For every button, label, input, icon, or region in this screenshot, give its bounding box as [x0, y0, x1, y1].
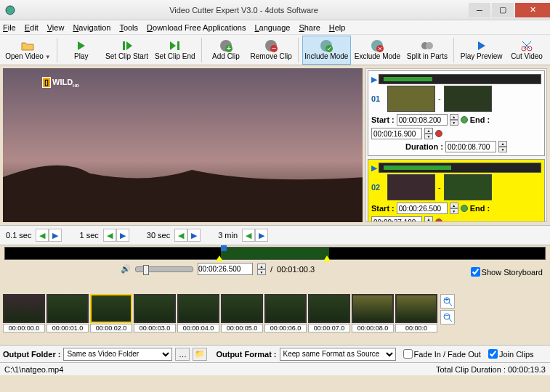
frame-timecode: 00:00:01.0 [46, 324, 89, 332]
goto-start-icon[interactable] [461, 205, 468, 212]
storyboard-frame[interactable]: 00:00:0 [395, 294, 437, 332]
status-bar: C:\1\natgeo.mp4 Total Clip Duration : 00… [0, 362, 550, 375]
seek-back-button[interactable]: ◀ [174, 229, 187, 242]
toolbar-remove-clip[interactable]: −Remove Clip [248, 36, 294, 65]
seek-forward-button[interactable]: ▶ [187, 229, 201, 242]
clip-end-input[interactable] [371, 216, 422, 222]
zoom-in-button[interactable]: + [440, 294, 455, 309]
menu-view[interactable]: View [47, 23, 65, 32]
zoom-out-button[interactable]: − [440, 310, 455, 324]
minimize-button[interactable]: ─ [469, 3, 490, 17]
join-clips-checkbox[interactable]: Join Clips [488, 349, 534, 359]
toolbar-set-clip-start[interactable]: Set Clip Start [103, 36, 151, 65]
menu-help[interactable]: Help [329, 23, 346, 32]
output-folder-select[interactable]: Same as Video Folder [63, 348, 172, 361]
output-format-select[interactable]: Keep same Format as Source [280, 348, 396, 361]
toolbar-cut-video[interactable]: Cut Video [506, 36, 547, 65]
clip-02[interactable]: ▶02-Start :▲▼ End :▲▼Duration :▲▼ [368, 159, 545, 222]
video-preview[interactable]: ▯WILDHD [3, 68, 363, 222]
open-folder-button[interactable]: 📁 [193, 348, 207, 361]
seek-forward-button[interactable]: ▶ [255, 229, 268, 242]
menu-edit[interactable]: Edit [25, 23, 39, 32]
frame-timecode: 00:00:02.0 [90, 324, 132, 332]
seek-group-2: 30 sec◀▶ [147, 229, 201, 242]
toolbar-play-preview[interactable]: Play Preview [458, 36, 505, 65]
goto-start-icon[interactable] [461, 116, 468, 123]
seek-back-button[interactable]: ◀ [103, 229, 116, 242]
time-spinner[interactable]: ▲▼ [257, 264, 266, 275]
svg-text:−: − [445, 312, 449, 319]
frame-thumb [352, 294, 394, 323]
toolbar-add-clip[interactable]: +Add Clip [206, 36, 246, 65]
clip-play-icon[interactable]: ▶ [371, 163, 377, 173]
storyboard-frame[interactable]: 00:00:02.0 [90, 294, 132, 332]
browse-button[interactable]: … [175, 348, 190, 361]
menu-language[interactable]: Language [254, 23, 290, 32]
frame-timecode: 00:00:04.0 [177, 324, 219, 332]
storyboard-frame[interactable]: 00:00:05.0 [221, 294, 263, 332]
storyboard-frame[interactable]: 00:00:00.0 [3, 294, 45, 332]
clip-start-input[interactable] [397, 203, 448, 214]
watermark: ▯WILDHD [39, 75, 82, 89]
volume-slider[interactable] [135, 266, 193, 272]
add-icon: + [219, 39, 232, 52]
seek-back-button[interactable]: ◀ [242, 229, 255, 242]
clip-progress[interactable] [379, 74, 541, 84]
frame-thumb [395, 294, 437, 323]
toolbar-play[interactable]: Play [61, 36, 102, 65]
split-icon [421, 39, 434, 52]
goto-end-icon[interactable] [435, 130, 442, 137]
frame-thumb [177, 294, 219, 323]
frame-timecode: 00:00:06.0 [264, 324, 307, 332]
clip-end-input[interactable] [371, 128, 422, 139]
storyboard-frame[interactable]: 00:00:04.0 [177, 294, 219, 332]
seek-forward-button[interactable]: ▶ [49, 229, 62, 242]
status-file: C:\1\natgeo.mp4 [4, 365, 436, 374]
menu-tools[interactable]: Tools [119, 23, 138, 32]
clip-progress[interactable] [379, 163, 541, 173]
timeline-track[interactable] [4, 247, 546, 260]
menu-navigation[interactable]: Navigation [73, 23, 110, 32]
clip-number: 02 [371, 183, 384, 192]
svg-text:−: − [272, 44, 276, 52]
spin[interactable]: ▲▼ [450, 203, 458, 214]
menu-download-free-applications[interactable]: Download Free Applications [147, 23, 246, 32]
spin[interactable]: ▲▼ [450, 114, 458, 126]
spin[interactable]: ▲▼ [424, 128, 433, 139]
clip-play-icon[interactable]: ▶ [371, 75, 377, 84]
fade-checkbox[interactable]: Fade In / Fade Out [403, 349, 481, 359]
spin[interactable]: ▲▼ [424, 216, 433, 222]
goto-end-icon[interactable] [435, 219, 442, 222]
menu-share[interactable]: Share [299, 23, 320, 32]
storyboard-frame[interactable]: 00:00:01.0 [46, 294, 89, 332]
seek-group-1: 1 sec◀▶ [79, 229, 129, 242]
spin[interactable]: ▲▼ [498, 141, 507, 152]
storyboard-frame[interactable]: 00:00:07.0 [308, 294, 350, 332]
toolbar-include-mode[interactable]: Include Mode [302, 36, 351, 65]
show-storyboard-checkbox[interactable]: Show Storyboard [471, 267, 543, 277]
seek-forward-button[interactable]: ▶ [116, 229, 129, 242]
clip-duration-input[interactable] [445, 141, 496, 152]
storyboard-frame[interactable]: 00:00:06.0 [264, 294, 307, 332]
frame-thumb [264, 294, 307, 323]
toolbar-open-video[interactable]: Open Video▼ [3, 36, 53, 65]
frame-thumb [46, 294, 89, 323]
clip-01[interactable]: ▶01-Start :▲▼ End :▲▼Duration :▲▼ [368, 70, 545, 156]
seek-label: 30 sec [147, 231, 170, 240]
toolbar-set-clip-end[interactable]: Set Clip End [152, 36, 198, 65]
seek-label: 1 sec [79, 231, 98, 240]
close-button[interactable]: ✕ [515, 3, 550, 17]
current-time-input[interactable] [198, 263, 253, 275]
toolbar-exclude-mode[interactable]: Exclude Mode [352, 36, 403, 65]
maximize-button[interactable]: ▢ [492, 3, 514, 17]
toolbar-split-in-parts[interactable]: Split in Parts [404, 36, 450, 65]
cut-icon [521, 39, 533, 52]
storyboard-frame[interactable]: 00:00:08.0 [352, 294, 394, 332]
mute-icon[interactable]: 🔊 [121, 264, 131, 274]
window-title: Video Cutter Expert V3.0 - 4dots Softwar… [20, 6, 467, 15]
clip-start-input[interactable] [397, 114, 448, 126]
menu-file[interactable]: File [3, 23, 16, 32]
storyboard-frame[interactable]: 00:00:03.0 [134, 294, 176, 332]
timeline: 🔊 ▲▼ / 00:01:00.3 Show Storyboard [0, 245, 550, 293]
seek-back-button[interactable]: ◀ [36, 229, 49, 242]
